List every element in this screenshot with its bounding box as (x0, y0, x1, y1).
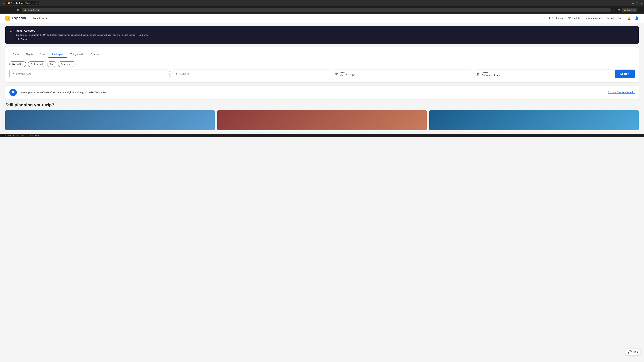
trip-card-2[interactable] (217, 110, 427, 130)
help-center-link[interactable]: Help Center (16, 38, 27, 40)
calendar-icon: 📅 (335, 72, 338, 75)
economy-dropdown[interactable]: Economy ▾ (58, 61, 75, 67)
tab-flights[interactable]: Flights (22, 51, 36, 58)
more-travel-chevron-icon: ▾ (46, 17, 47, 19)
going-to-input[interactable] (173, 70, 331, 78)
browser-tabs: ▾ E Expedia Travel: Vacation Home... × + (2, 1, 44, 5)
dates-field[interactable]: 📅 Dates Jan 31 - Feb 1 (333, 69, 472, 78)
incognito-icon: 🕵 (624, 9, 626, 11)
language-selector[interactable]: 🌐 English (568, 17, 580, 19)
browser-tab-active[interactable]: E Expedia Travel: Vacation Home... × (6, 1, 39, 5)
tab-favicon: E (8, 2, 10, 4)
dates-value: Jan 31 - Feb 1 (340, 74, 469, 76)
tab-close-icon[interactable]: × (36, 2, 37, 4)
package-options: Stay added Flight added Car Economy ▾ (10, 61, 634, 67)
onekey-banner: K Lauren, you can earn OneKeyCash on eve… (5, 86, 639, 99)
person-icon: 👤 (476, 72, 480, 75)
flight-added-badge[interactable]: Flight added (28, 61, 46, 67)
back-button[interactable]: ← (2, 8, 8, 12)
trip-card-1[interactable] (5, 110, 215, 130)
window-close-button[interactable]: ✕ (640, 2, 642, 4)
page-content: ✈ Expedia More travel ▾ ⬇ Get the app 🌐 … (0, 13, 644, 130)
site-header: ✈ Expedia More travel ▾ ⬇ Get the app 🌐 … (0, 13, 644, 23)
logo-icon: ✈ (5, 15, 10, 21)
location-from-icon: 📍 (12, 72, 15, 75)
browser-toolbar: ← → ↻ 🔒 expedia.com ☆ ⊡ 🕵 Incognito ⋮ (0, 6, 644, 13)
forward-button[interactable]: → (9, 8, 14, 12)
leaving-from-input[interactable] (10, 70, 168, 78)
status-url: https://www.expedia.com/Vacation-Package… (2, 134, 39, 136)
tab-cars[interactable]: Cars (36, 51, 49, 58)
trips-label: Trips (618, 17, 623, 19)
notifications-button[interactable]: 🔔 (627, 16, 631, 20)
swap-button[interactable]: ⇄ (168, 71, 173, 77)
travelers-label: Travelers (482, 71, 610, 73)
logo[interactable]: ✈ Expedia (5, 15, 26, 21)
warning-icon: ⚠ (10, 30, 13, 34)
tab-cruises[interactable]: Cruises (88, 51, 103, 58)
list-property-link[interactable]: List your property (584, 17, 602, 19)
get-app-link[interactable]: ⬇ Get the app (549, 17, 564, 19)
search-button[interactable]: Search (615, 69, 634, 78)
address-bar[interactable]: 🔒 expedia.com (22, 8, 611, 12)
onekey-avatar: K (10, 89, 17, 96)
download-icon: ⬇ (549, 17, 551, 19)
travelers-field[interactable]: 👤 Travelers 2 travelers, 1 room (474, 69, 613, 78)
browser-chrome: ▾ E Expedia Travel: Vacation Home... × +… (0, 0, 644, 13)
advisory-title: Travel Advisory (16, 29, 149, 32)
tab-title: Expedia Travel: Vacation Home... (11, 2, 34, 4)
advisory-content: Travel Advisory Due to winter weather in… (16, 29, 149, 40)
car-badge[interactable]: Car (47, 61, 56, 67)
onekey-text: Lauren, you can earn OneKeyCash on every… (20, 91, 605, 94)
economy-chevron-icon: ▾ (72, 63, 72, 65)
incognito-label: Incognito (627, 9, 635, 11)
location-to-icon: 📍 (175, 72, 178, 75)
trips-link[interactable]: Trips (618, 17, 623, 19)
explore-onekey-link[interactable]: Explore One Key benefits (608, 91, 634, 94)
reload-button[interactable]: ↻ (16, 8, 20, 12)
section-title: Still planning your trip? (5, 102, 639, 108)
more-travel-label: More travel (33, 17, 45, 19)
profile-icon[interactable]: ⊡ (617, 8, 620, 12)
language-label: English (572, 17, 580, 19)
menu-icon[interactable]: ⋮ (638, 8, 642, 12)
header-right: ⬇ Get the app 🌐 English List your proper… (549, 16, 639, 20)
trip-cards (5, 110, 639, 130)
window-controls: — ❐ ✕ (632, 2, 642, 4)
address-text: expedia.com (28, 9, 608, 11)
browser-title-bar: ▾ E Expedia Travel: Vacation Home... × +… (0, 0, 644, 6)
search-fields: 📍 ⇄ 📍 📅 Dates Jan 31 - Feb 1 👤 Travelers (10, 69, 634, 78)
account-button[interactable]: 👤 (635, 16, 639, 20)
list-property-label: List your property (584, 17, 602, 19)
advisory-banner: ⚠ Travel Advisory Due to winter weather … (5, 26, 639, 44)
tab-stays[interactable]: Stays (10, 51, 22, 58)
search-widget: Stays Flights Cars Packages Things to do… (5, 47, 639, 82)
logo-text: Expedia (12, 16, 26, 20)
trip-card-3[interactable] (429, 110, 639, 130)
minimize-button[interactable]: — (632, 2, 634, 4)
dates-label: Dates (340, 71, 469, 73)
support-label: Support (606, 17, 614, 19)
support-link[interactable]: Support (606, 17, 614, 19)
new-tab-button[interactable]: + (40, 1, 44, 5)
logo-icon-symbol: ✈ (7, 16, 9, 20)
search-tabs: Stays Flights Cars Packages Things to do… (10, 51, 634, 58)
tab-things-to-do[interactable]: Things to do (67, 51, 88, 58)
status-bar: https://www.expedia.com/Vacation-Package… (0, 134, 644, 137)
globe-icon: 🌐 (568, 17, 571, 19)
stay-added-badge[interactable]: Stay added (10, 61, 26, 67)
tab-selector[interactable]: ▾ (2, 1, 5, 5)
bookmark-icon[interactable]: ☆ (612, 8, 616, 12)
travelers-value: 2 travelers, 1 room (482, 74, 610, 76)
incognito-badge: 🕵 Incognito (622, 8, 637, 12)
lock-icon: 🔒 (24, 9, 26, 11)
toolbar-actions: ☆ ⊡ 🕵 Incognito ⋮ (612, 8, 642, 12)
maximize-button[interactable]: ❐ (636, 2, 638, 4)
advisory-text: Due to winter weather in the United Stat… (16, 33, 149, 37)
more-travel-button[interactable]: More travel ▾ (31, 16, 49, 20)
get-app-label: Get the app (552, 17, 564, 19)
tab-packages[interactable]: Packages (48, 51, 67, 58)
